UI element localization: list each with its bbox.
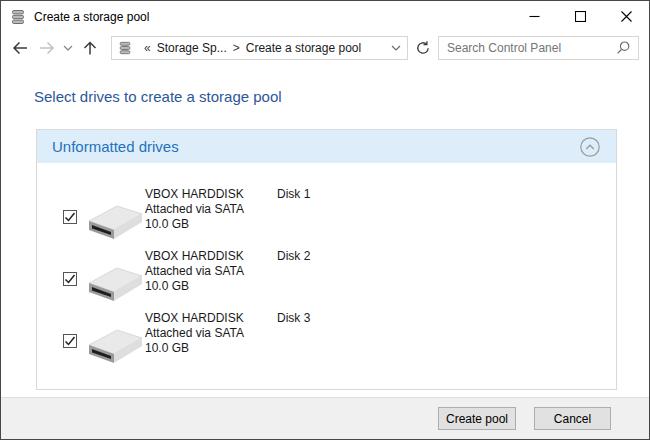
check-icon xyxy=(64,335,76,347)
hard-disk-icon xyxy=(87,327,145,367)
breadcrumb-overflow[interactable]: « xyxy=(144,41,151,55)
check-icon xyxy=(64,211,76,223)
forward-arrow-icon xyxy=(38,40,56,56)
search-box xyxy=(438,36,639,60)
up-arrow-icon xyxy=(82,40,98,56)
drive-checkbox[interactable] xyxy=(63,272,77,286)
close-button[interactable] xyxy=(603,1,649,32)
window-title: Create a storage pool xyxy=(34,10,149,24)
disk-number-label: Disk 1 xyxy=(277,187,310,202)
cancel-button[interactable]: Cancel xyxy=(534,407,611,430)
search-icon[interactable] xyxy=(615,40,631,56)
disk-number-label: Disk 3 xyxy=(277,311,310,326)
hard-disk-icon xyxy=(87,265,145,305)
hard-disk-icon xyxy=(87,203,145,243)
drive-size: 10.0 GB xyxy=(145,217,244,232)
storage-pool-icon xyxy=(118,41,132,55)
drive-info: VBOX HARDDISK Attached via SATA 10.0 GB xyxy=(145,249,244,294)
section-header-unformatted-drives[interactable]: Unformatted drives xyxy=(37,130,616,163)
section-title: Unformatted drives xyxy=(52,138,179,155)
drive-checkbox[interactable] xyxy=(63,334,77,348)
storage-pool-icon xyxy=(10,9,26,25)
minimize-button[interactable] xyxy=(511,1,557,32)
drive-size: 10.0 GB xyxy=(145,279,244,294)
forward-button[interactable] xyxy=(35,32,59,64)
chevron-up-circle-icon xyxy=(579,136,601,158)
chevron-down-icon xyxy=(63,44,73,52)
maximize-button[interactable] xyxy=(557,1,603,32)
back-arrow-icon xyxy=(11,40,29,56)
address-bar[interactable]: « Storage Sp... > Create a storage pool xyxy=(111,36,408,60)
close-icon xyxy=(621,11,632,22)
breadcrumb-current[interactable]: Create a storage pool xyxy=(246,41,361,55)
drive-attachment: Attached via SATA xyxy=(145,202,244,217)
drive-name: VBOX HARDDISK xyxy=(145,249,244,264)
drive-row: VBOX HARDDISK Attached via SATA 10.0 GB … xyxy=(37,183,616,245)
drive-attachment: Attached via SATA xyxy=(145,326,244,341)
navigation-toolbar: « Storage Sp... > Create a storage pool xyxy=(1,32,649,64)
recent-pages-dropdown-button[interactable] xyxy=(60,32,76,64)
drive-info: VBOX HARDDISK Attached via SATA 10.0 GB xyxy=(145,187,244,232)
maximize-icon xyxy=(575,11,586,22)
drive-name: VBOX HARDDISK xyxy=(145,311,244,326)
create-pool-button[interactable]: Create pool xyxy=(438,407,516,430)
check-icon xyxy=(64,273,76,285)
breadcrumb-separator: > xyxy=(233,41,240,55)
drive-list: VBOX HARDDISK Attached via SATA 10.0 GB … xyxy=(37,163,616,369)
title-bar: Create a storage pool xyxy=(1,1,649,32)
drive-row: VBOX HARDDISK Attached via SATA 10.0 GB … xyxy=(37,307,616,369)
minimize-icon xyxy=(529,11,540,22)
drive-size: 10.0 GB xyxy=(145,341,244,356)
disk-number-label: Disk 2 xyxy=(277,249,310,264)
breadcrumb-parent[interactable]: Storage Sp... xyxy=(157,41,227,55)
refresh-button[interactable] xyxy=(410,32,436,64)
unformatted-drives-panel: Unformatted drives xyxy=(36,129,617,390)
search-input[interactable] xyxy=(439,38,615,58)
footer-bar: Create pool Cancel xyxy=(1,397,649,439)
address-dropdown-button[interactable] xyxy=(385,37,407,59)
drive-checkbox[interactable] xyxy=(63,210,77,224)
up-button[interactable] xyxy=(77,32,103,64)
drive-name: VBOX HARDDISK xyxy=(145,187,244,202)
refresh-icon xyxy=(415,40,431,56)
collapse-section-button[interactable] xyxy=(579,136,601,158)
window-controls xyxy=(511,1,649,32)
back-button[interactable] xyxy=(7,32,33,64)
drive-attachment: Attached via SATA xyxy=(145,264,244,279)
page-title: Select drives to create a storage pool xyxy=(34,88,282,105)
chevron-down-icon xyxy=(391,44,401,52)
create-storage-pool-window: Create a storage pool xyxy=(0,0,650,440)
drive-info: VBOX HARDDISK Attached via SATA 10.0 GB xyxy=(145,311,244,356)
drive-row: VBOX HARDDISK Attached via SATA 10.0 GB … xyxy=(37,245,616,307)
